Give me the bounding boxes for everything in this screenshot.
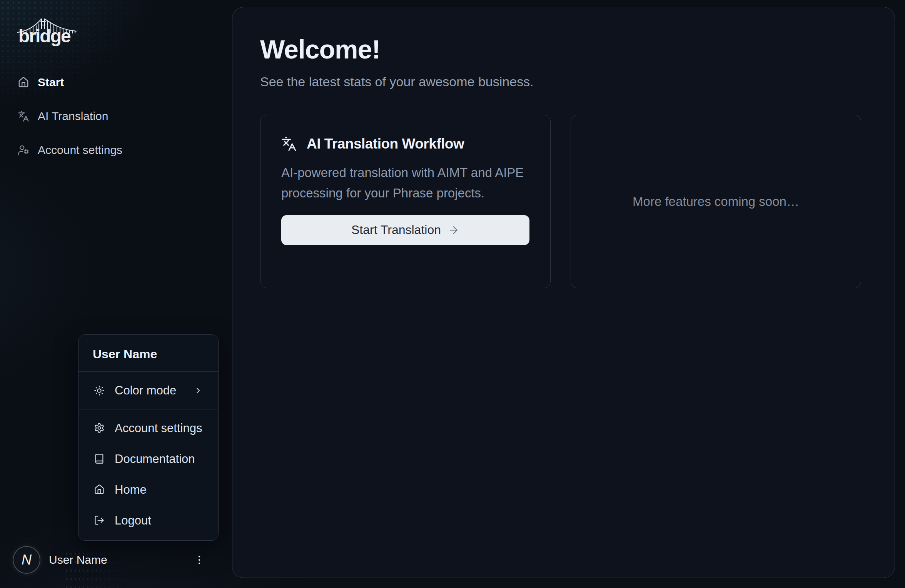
card-title: AI Translation Workflow <box>307 136 464 152</box>
sidebar-item-label: AI Translation <box>38 110 108 122</box>
home-icon <box>94 484 105 495</box>
brand-name: bridge <box>18 27 70 45</box>
arrow-right-icon <box>448 224 459 236</box>
sun-icon <box>94 385 105 396</box>
sidebar-nav: Start AI Translation Account settings <box>0 71 232 161</box>
sidebar: bridge Start AI Translation Account sett… <box>0 0 232 588</box>
coming-soon-card: More features coming soon… <box>571 115 861 288</box>
book-icon <box>94 453 105 464</box>
user-menu-group: Account settings Documentation Home Logo… <box>78 409 218 540</box>
menu-item-color-mode[interactable]: Color mode <box>78 372 218 409</box>
start-translation-button[interactable]: Start Translation <box>281 215 529 245</box>
menu-item-label: Documentation <box>115 453 195 465</box>
avatar[interactable]: N <box>13 546 40 574</box>
sidebar-item-label: Account settings <box>38 144 122 156</box>
user-menu-header: User Name <box>78 335 218 371</box>
menu-item-label: Home <box>115 484 147 496</box>
page-title: Welcome! <box>260 34 867 64</box>
avatar-initial: N <box>22 552 32 568</box>
sidebar-item-ai-translation[interactable]: AI Translation <box>18 105 220 127</box>
menu-item-label: Logout <box>115 514 151 526</box>
feature-cards: AI Translation Workflow AI-powered trans… <box>260 115 867 288</box>
coming-soon-text: More features coming soon… <box>633 194 799 209</box>
gear-icon <box>94 423 105 433</box>
menu-item-documentation[interactable]: Documentation <box>78 443 218 474</box>
user-cog-icon <box>18 144 29 156</box>
languages-icon <box>18 110 29 122</box>
user-profile-row[interactable]: N User Name <box>13 546 217 574</box>
menu-item-label: Account settings <box>115 422 202 434</box>
brand-logo[interactable]: bridge <box>18 17 76 46</box>
languages-icon <box>281 136 297 152</box>
page-subtitle: See the latest stats of your awesome bus… <box>260 74 867 89</box>
card-title-row: AI Translation Workflow <box>281 136 529 152</box>
menu-item-account-settings[interactable]: Account settings <box>78 413 218 443</box>
user-menu-popup: User Name Color mode Account settings <box>78 334 219 541</box>
menu-item-logout[interactable]: Logout <box>78 505 218 536</box>
user-name: User Name <box>49 553 107 566</box>
user-menu-username: User Name <box>93 347 157 361</box>
main-panel: Welcome! See the latest stats of your aw… <box>232 7 895 578</box>
logout-icon <box>94 515 105 526</box>
start-translation-label: Start Translation <box>351 223 441 237</box>
sidebar-item-start[interactable]: Start <box>18 71 220 94</box>
home-icon <box>18 77 29 88</box>
menu-item-home[interactable]: Home <box>78 474 218 505</box>
chevron-right-icon <box>194 386 203 395</box>
sidebar-item-account-settings[interactable]: Account settings <box>18 139 220 161</box>
card-description: AI-powered translation with AIMT and AIP… <box>281 163 529 204</box>
sidebar-item-label: Start <box>38 77 64 88</box>
menu-item-label: Color mode <box>115 384 176 396</box>
kebab-menu-icon[interactable] <box>194 554 205 566</box>
ai-translation-workflow-card: AI Translation Workflow AI-powered trans… <box>260 115 551 288</box>
